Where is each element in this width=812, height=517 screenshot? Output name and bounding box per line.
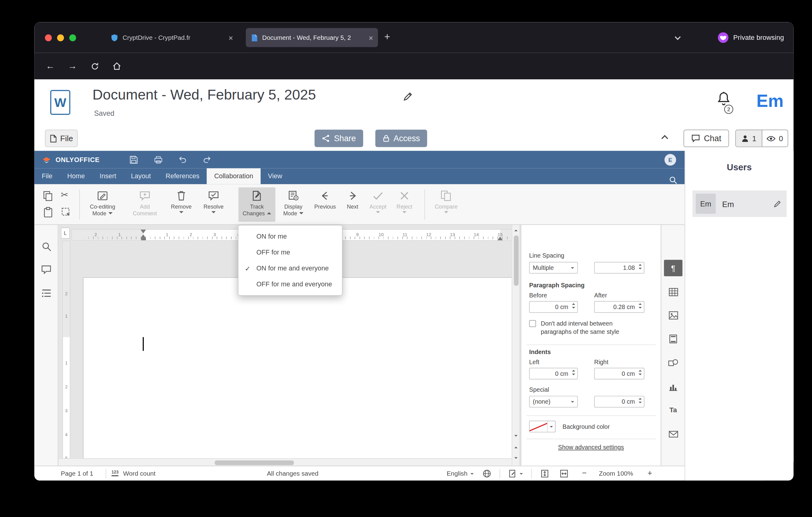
- home-button[interactable]: [108, 58, 125, 74]
- print-icon[interactable]: [149, 153, 167, 166]
- user-avatar-initials[interactable]: Em: [756, 91, 784, 111]
- search-icon[interactable]: [669, 176, 677, 184]
- spinner-down-icon[interactable]: [639, 402, 642, 403]
- background-color-picker[interactable]: [529, 421, 556, 433]
- language-selector[interactable]: English: [447, 470, 474, 477]
- tab-collaboration[interactable]: Collaboration: [207, 168, 261, 184]
- page-indicator[interactable]: Page 1 of 1: [61, 470, 93, 477]
- spinner-up-icon[interactable]: [639, 264, 642, 266]
- tab-file[interactable]: File: [34, 168, 60, 184]
- indent-right-spinner[interactable]: 0 cm: [594, 368, 644, 379]
- spellcheck-globe-icon[interactable]: [483, 469, 491, 478]
- collapse-toolbar-button[interactable]: [662, 134, 667, 141]
- table-settings-tab[interactable]: [664, 283, 682, 300]
- line-spacing-combobox[interactable]: Multiple: [529, 262, 578, 273]
- user-list-item[interactable]: Em Em: [692, 191, 787, 217]
- spinner-down-icon[interactable]: [572, 307, 575, 308]
- tab-cryptdrive[interactable]: CryptDrive - CryptPad.fr ×: [106, 28, 238, 47]
- word-count-label[interactable]: Word count: [123, 470, 156, 477]
- paragraph-settings-tab[interactable]: ¶: [664, 260, 682, 276]
- reload-button[interactable]: [86, 58, 103, 74]
- spinner-up-icon[interactable]: [639, 398, 642, 399]
- spinner-down-icon[interactable]: [639, 307, 642, 308]
- display-mode-button[interactable]: Display Mode: [278, 187, 309, 222]
- special-combobox[interactable]: (none): [529, 396, 578, 407]
- horizontal-scrollbar[interactable]: [59, 458, 512, 466]
- edit-title-pencil-icon[interactable]: [403, 91, 413, 102]
- tab-home[interactable]: Home: [60, 168, 92, 184]
- menu-item-on-for-everyone[interactable]: ✓ ON for me and everyone: [238, 260, 342, 276]
- navigation-headings-icon[interactable]: [41, 287, 52, 298]
- forward-button[interactable]: →: [64, 58, 81, 74]
- tab-layout[interactable]: Layout: [124, 168, 158, 184]
- zoom-window-button[interactable]: [69, 34, 76, 41]
- resolve-comments-button[interactable]: Resolve: [198, 187, 229, 222]
- spacing-before-spinner[interactable]: 0 cm: [529, 301, 578, 313]
- spinner-up-icon[interactable]: [639, 303, 642, 305]
- close-tab-icon[interactable]: ×: [369, 34, 373, 42]
- previous-change-button[interactable]: Previous: [310, 187, 340, 222]
- spinner-down-icon[interactable]: [572, 374, 575, 375]
- line-spacing-spinner[interactable]: 1.08: [594, 262, 644, 273]
- chat-button[interactable]: Chat: [684, 130, 729, 147]
- back-button[interactable]: ←: [41, 58, 58, 74]
- document-page[interactable]: [84, 278, 513, 466]
- comments-panel-icon[interactable]: [41, 264, 52, 275]
- select-all-icon[interactable]: [61, 207, 71, 218]
- share-button[interactable]: Share: [315, 130, 363, 147]
- tab-document-active[interactable]: Document - Wed, February 5, 2 ×: [246, 28, 378, 47]
- left-indent-marker[interactable]: [141, 234, 146, 238]
- scrollbar-thumb[interactable]: [514, 236, 519, 286]
- redo-icon[interactable]: [198, 153, 216, 166]
- zoom-level[interactable]: Zoom 100%: [599, 470, 633, 477]
- vertical-scrollbar[interactable]: [512, 225, 519, 466]
- scrollbar-thumb[interactable]: [214, 460, 294, 465]
- tab-stop-selector[interactable]: L: [61, 227, 70, 239]
- color-dropdown[interactable]: [547, 421, 555, 432]
- zoom-in-button[interactable]: +: [648, 468, 652, 477]
- menu-item-off-for-everyone[interactable]: OFF for me and everyone: [238, 276, 342, 292]
- text-art-settings-tab[interactable]: Ta: [664, 402, 682, 418]
- presence-counters[interactable]: 1 0: [735, 130, 788, 147]
- vertical-ruler[interactable]: 2 1 1 2 3 4 5 6: [62, 241, 70, 466]
- find-icon[interactable]: [41, 241, 52, 252]
- next-change-button[interactable]: Next: [341, 187, 364, 222]
- previous-page-icon[interactable]: [512, 443, 520, 452]
- copy-icon[interactable]: [43, 191, 54, 201]
- new-tab-button[interactable]: +: [384, 31, 390, 43]
- left-indent-base[interactable]: [141, 238, 146, 240]
- editors-count[interactable]: 1: [736, 130, 762, 147]
- paste-icon[interactable]: [43, 207, 54, 218]
- track-changes-button[interactable]: Track Changes: [238, 187, 276, 222]
- indent-left-spinner[interactable]: 0 cm: [529, 368, 578, 379]
- first-line-indent-marker[interactable]: [141, 230, 146, 234]
- spinner-up-icon[interactable]: [572, 303, 575, 305]
- co-editing-mode-button[interactable]: Co-editing Mode: [83, 187, 122, 222]
- document-title[interactable]: Document - Wed, February 5, 2025: [92, 87, 316, 103]
- scroll-down-icon[interactable]: [512, 431, 520, 440]
- mail-merge-settings-tab[interactable]: [664, 426, 682, 442]
- fit-page-icon[interactable]: [541, 469, 549, 478]
- menu-item-on-for-me[interactable]: ON for me: [238, 228, 342, 244]
- shape-settings-tab[interactable]: [664, 355, 682, 371]
- next-page-icon[interactable]: [512, 454, 520, 462]
- zoom-out-button[interactable]: −: [582, 468, 586, 477]
- close-window-button[interactable]: [45, 34, 52, 41]
- access-button[interactable]: Access: [375, 130, 427, 147]
- tab-view[interactable]: View: [261, 168, 290, 184]
- file-button[interactable]: File: [45, 130, 78, 147]
- special-amount-spinner[interactable]: 0 cm: [594, 396, 644, 407]
- spinner-down-icon[interactable]: [639, 374, 642, 375]
- spinner-down-icon[interactable]: [639, 268, 642, 269]
- spinner-up-icon[interactable]: [572, 370, 575, 372]
- tab-references[interactable]: References: [158, 168, 207, 184]
- show-advanced-settings-link[interactable]: Show advanced settings: [521, 444, 661, 451]
- spacing-after-spinner[interactable]: 0.28 cm: [594, 301, 644, 313]
- chart-settings-tab[interactable]: [664, 379, 682, 396]
- list-all-tabs-icon[interactable]: [675, 34, 681, 40]
- minimize-window-button[interactable]: [57, 34, 64, 41]
- right-indent-marker[interactable]: [497, 237, 503, 240]
- edit-user-name-pencil-icon[interactable]: [774, 200, 781, 208]
- remove-comments-button[interactable]: Remove: [166, 187, 197, 222]
- track-changes-toggle[interactable]: [509, 469, 523, 478]
